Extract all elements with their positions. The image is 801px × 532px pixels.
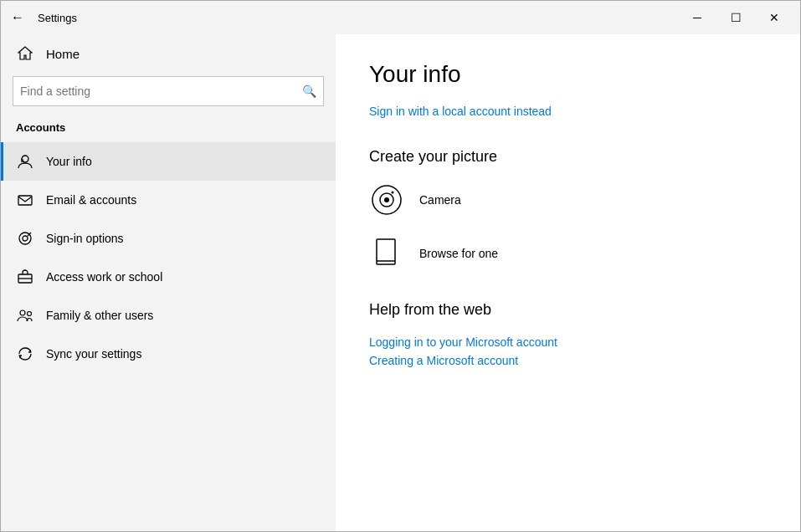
- page-title: Your info: [369, 61, 767, 88]
- close-button[interactable]: ✕: [755, 1, 793, 34]
- browse-option[interactable]: Browse for one: [369, 236, 767, 271]
- camera-label: Camera: [419, 193, 461, 207]
- sidebar-section-label: Accounts: [1, 116, 336, 142]
- svg-point-9: [20, 310, 25, 315]
- search-icon: 🔍: [302, 84, 316, 98]
- back-button[interactable]: ←: [8, 7, 28, 28]
- browse-label: Browse for one: [419, 247, 498, 260]
- sign-in-options-label: Sign-in options: [46, 232, 124, 245]
- sidebar-item-family-other-users[interactable]: Family & other users: [1, 296, 336, 335]
- your-info-icon: [16, 152, 34, 171]
- sidebar-item-sync-settings[interactable]: Sync your settings: [1, 335, 336, 373]
- app-title: Settings: [38, 12, 77, 24]
- window-controls: ─ ☐ ✕: [678, 1, 793, 34]
- search-input[interactable]: [20, 84, 302, 98]
- sync-icon: [16, 345, 34, 363]
- sign-in-local-account-link[interactable]: Sign in with a local account instead: [369, 105, 767, 118]
- family-icon: [16, 306, 34, 325]
- home-label: Home: [46, 47, 80, 61]
- svg-point-14: [392, 192, 394, 194]
- sidebar-item-email-accounts[interactable]: Email & accounts: [1, 181, 336, 219]
- sidebar-item-your-info[interactable]: Your info: [1, 142, 336, 181]
- svg-point-5: [23, 236, 28, 241]
- create-picture-heading: Create your picture: [369, 148, 767, 166]
- family-other-users-label: Family & other users: [46, 309, 153, 322]
- title-bar-left: ← Settings: [8, 7, 77, 28]
- sidebar: Home 🔍 Accounts Your info: [1, 34, 336, 532]
- app-body: Home 🔍 Accounts Your info: [1, 34, 800, 532]
- sign-in-icon: [16, 229, 34, 248]
- sidebar-item-sign-in-options[interactable]: Sign-in options: [1, 219, 336, 258]
- email-accounts-label: Email & accounts: [46, 193, 136, 207]
- browse-icon: [369, 236, 404, 271]
- svg-point-10: [28, 312, 32, 316]
- home-icon: [16, 44, 34, 63]
- svg-rect-3: [18, 196, 32, 205]
- help-from-web-heading: Help from the web: [369, 301, 767, 319]
- sidebar-item-access-work-school[interactable]: Access work or school: [1, 258, 336, 296]
- logging-in-link[interactable]: Logging in to your Microsoft account: [369, 335, 767, 349]
- access-work-icon: [16, 268, 34, 286]
- content-area: Your info Sign in with a local account i…: [336, 34, 800, 532]
- search-box[interactable]: 🔍: [13, 76, 324, 106]
- sidebar-item-home[interactable]: Home: [1, 34, 336, 73]
- minimize-button[interactable]: ─: [678, 1, 716, 34]
- camera-option[interactable]: Camera: [369, 182, 767, 217]
- svg-point-13: [384, 197, 389, 202]
- sync-settings-label: Sync your settings: [46, 347, 141, 361]
- maximize-button[interactable]: ☐: [716, 1, 755, 34]
- access-work-school-label: Access work or school: [46, 270, 162, 284]
- your-info-label: Your info: [46, 155, 92, 168]
- email-icon: [16, 191, 34, 209]
- creating-account-link[interactable]: Creating a Microsoft account: [369, 354, 767, 367]
- camera-icon: [369, 182, 404, 217]
- title-bar: ← Settings ─ ☐ ✕: [1, 1, 800, 34]
